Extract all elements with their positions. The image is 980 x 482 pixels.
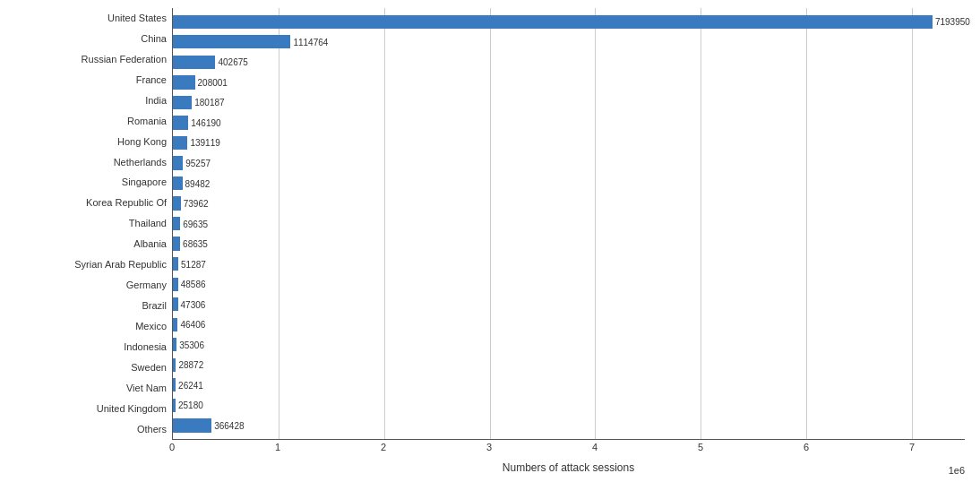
y-label: Romania [127,116,167,126]
x-tick-label: 7 [909,442,915,452]
bar-row: 95257 [173,153,965,174]
bar: 146190 [173,116,188,129]
bar: 180187 [173,96,192,109]
y-label: France [136,75,167,85]
bar-row: 48586 [173,274,965,295]
x-exp-label: 1e6 [949,465,965,476]
bar-value-label: 180187 [194,98,224,108]
y-label: Russian Federation [82,55,167,65]
bar-row: 68635 [173,234,965,254]
bar-row: 25180 [173,395,965,416]
bar-value-label: 1114764 [293,37,328,47]
bar: 68635 [173,237,180,250]
y-label: Sweden [131,363,167,373]
bar: 69635 [173,217,180,230]
bar-value-label: 366428 [214,420,244,430]
bar-value-label: 35306 [179,340,204,349]
y-label: China [141,34,167,44]
y-labels: United StatesChinaRussian FederationFran… [15,8,172,440]
bar-value-label: 402675 [218,57,247,67]
bar-value-label: 69635 [183,219,208,228]
bar-value-label: 25180 [178,400,203,410]
bar-value-label: 95257 [185,158,211,168]
x-tick-label: 3 [486,442,492,452]
bars-wrapper: 7193950111476440267520800118018714619013… [173,8,965,439]
bar: 208001 [173,75,195,89]
bar: 139119 [173,136,187,150]
bar-value-label: 47306 [181,299,206,309]
bar-row: 208001 [173,73,965,93]
bar-value-label: 7193950 [935,17,970,27]
bar-row: 73962 [173,194,965,214]
bar: 35306 [173,338,176,351]
bar: 402675 [173,56,215,69]
bar-value-label: 28872 [178,360,203,370]
y-label: Singapore [122,177,167,187]
bar-row: 1114764 [173,32,965,53]
y-label: Brazil [142,301,167,311]
x-ticks-container: 012345671e6 [172,440,965,460]
bar: 26241 [173,378,176,392]
y-label: Others [137,425,167,435]
y-label: Indonesia [124,342,167,352]
chart-container: United StatesChinaRussian FederationFran… [15,8,965,474]
x-axis-label-row: Numbers of attack sessions [15,461,965,474]
x-tick-label: 4 [592,442,597,452]
y-label: Hong Kong [117,137,167,147]
y-label: Netherlands [114,158,167,168]
bar-row: 26241 [173,375,965,396]
bars-section: 7193950111476440267520800118018714619013… [172,8,965,440]
y-label: Mexico [135,322,167,331]
y-label: Syrian Arab Republic [74,260,167,270]
bar-value-label: 48586 [181,280,206,289]
bar-row: 7193950 [173,12,965,32]
bar: 366428 [173,418,211,432]
bar: 95257 [173,156,183,169]
bar: 89482 [173,176,183,190]
chart-area: United StatesChinaRussian FederationFran… [15,8,965,440]
bar-row: 47306 [173,294,965,314]
bar-row: 366428 [173,416,965,436]
x-tick-label: 5 [698,442,703,452]
bar-value-label: 46406 [180,320,205,330]
x-tick-label: 0 [169,442,175,452]
y-label: Albania [133,239,167,249]
bar-value-label: 51287 [181,259,206,269]
bar-row: 35306 [173,335,965,356]
x-tick-label: 1 [275,442,280,452]
bar-value-label: 146190 [191,117,220,127]
bar-row: 46406 [173,314,965,335]
y-label: Viet Nam [126,383,167,393]
bar: 1114764 [173,35,290,48]
bar: 51287 [173,257,178,271]
bar-row: 69635 [173,213,965,234]
x-tick-label: 2 [381,442,386,452]
bar: 46406 [173,318,177,331]
x-axis-label: Numbers of attack sessions [172,461,965,474]
y-label: Germany [126,280,167,290]
bar-row: 51287 [173,254,965,274]
y-label: United Kingdom [97,404,167,414]
bar-row: 180187 [173,92,965,113]
bar-row: 28872 [173,355,965,375]
bar: 47306 [173,297,178,311]
bar-value-label: 89482 [185,178,211,188]
bar-row: 89482 [173,173,965,194]
y-label: United States [107,13,167,23]
bar-value-label: 208001 [198,77,228,87]
bar-value-label: 139119 [190,138,219,148]
bar-value-label: 68635 [183,239,208,249]
bar-row: 139119 [173,133,965,153]
bar: 7193950 [173,15,933,29]
bar-value-label: 73962 [184,199,209,209]
bar: 25180 [173,399,176,412]
y-label: India [145,96,167,106]
bar-row: 146190 [173,113,965,133]
y-label: Korea Republic Of [86,198,167,208]
x-bottom-row: 012345671e6 [15,440,965,460]
bar-row: 402675 [173,52,965,73]
bar: 28872 [173,358,176,372]
y-label: Thailand [129,219,167,228]
bar-value-label: 26241 [178,380,203,390]
bar: 48586 [173,278,178,291]
